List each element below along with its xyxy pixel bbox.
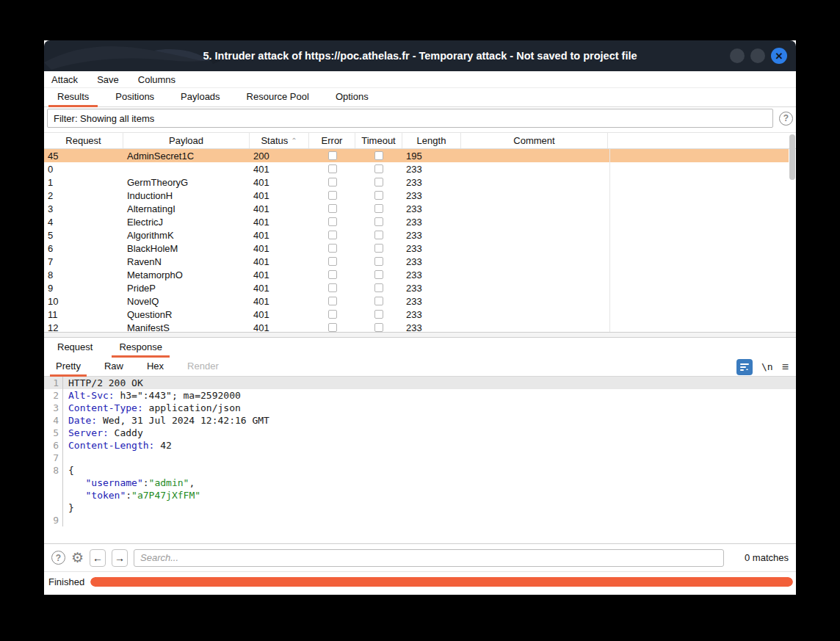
- tab-options[interactable]: Options: [322, 88, 382, 106]
- menu-columns[interactable]: Columns: [138, 74, 175, 85]
- table-row[interactable]: 0401233: [44, 162, 789, 175]
- cell-error: [309, 191, 355, 200]
- table-row[interactable]: 8MetamorphO401233: [44, 268, 789, 281]
- col-payload[interactable]: Payload: [123, 133, 250, 148]
- col-length[interactable]: Length: [402, 133, 461, 148]
- code-text: }: [63, 501, 74, 514]
- line-number: [44, 489, 63, 501]
- tab-response[interactable]: Response: [106, 338, 175, 358]
- error-checkbox[interactable]: [328, 270, 337, 279]
- cell-length: 233: [402, 243, 461, 254]
- horizontal-splitter[interactable]: [44, 332, 796, 338]
- viewer-menu-icon[interactable]: ≡: [782, 361, 789, 374]
- error-checkbox[interactable]: [328, 151, 337, 160]
- table-row[interactable]: 6BlackHoleM401233: [44, 242, 789, 255]
- col-request[interactable]: Request: [44, 133, 123, 148]
- table-row[interactable]: 7RavenN401233: [44, 255, 789, 268]
- timeout-checkbox[interactable]: [374, 151, 383, 160]
- timeout-checkbox[interactable]: [374, 191, 383, 200]
- prettify-toggle-icon[interactable]: [736, 359, 753, 375]
- timeout-checkbox[interactable]: [374, 323, 383, 332]
- search-help-icon[interactable]: ?: [51, 551, 65, 565]
- error-checkbox[interactable]: [328, 178, 337, 186]
- line-number: 1: [44, 377, 63, 389]
- cell-status: 401: [250, 256, 309, 267]
- cell-timeout: [355, 217, 402, 226]
- close-button[interactable]: ✕: [771, 48, 787, 64]
- error-checkbox[interactable]: [328, 310, 337, 319]
- timeout-checkbox[interactable]: [374, 297, 383, 305]
- cell-error: [309, 323, 355, 332]
- results-scrollbar[interactable]: [789, 134, 795, 180]
- timeout-checkbox[interactable]: [374, 257, 383, 266]
- cell-length: 195: [402, 151, 461, 162]
- col-status[interactable]: Status⌃: [250, 133, 309, 148]
- cell-timeout: [355, 244, 402, 253]
- tab-positions[interactable]: Positions: [102, 88, 167, 106]
- tab-request[interactable]: Request: [44, 338, 106, 358]
- table-row[interactable]: 2InductionH401233: [44, 189, 789, 202]
- error-checkbox[interactable]: [328, 191, 337, 200]
- response-editor[interactable]: 1HTTP/2 200 OK2Alt-Svc: h3=":443"; ma=25…: [44, 377, 796, 543]
- table-row[interactable]: 5AlgorithmK401233: [44, 228, 789, 242]
- menu-save[interactable]: Save: [97, 74, 119, 85]
- error-checkbox[interactable]: [328, 297, 337, 305]
- cell-length: 233: [402, 190, 461, 201]
- error-checkbox[interactable]: [328, 323, 337, 332]
- table-row[interactable]: 9PrideP401233: [44, 281, 789, 294]
- cell-error: [309, 231, 355, 239]
- line-number: 8: [44, 464, 63, 477]
- tab-results[interactable]: Results: [44, 88, 102, 106]
- error-checkbox[interactable]: [328, 244, 337, 253]
- timeout-checkbox[interactable]: [374, 217, 383, 226]
- title-bar: 5. Intruder attack of https://poc.athela…: [44, 40, 796, 71]
- search-input[interactable]: Search...: [134, 549, 724, 567]
- timeout-checkbox[interactable]: [374, 164, 383, 173]
- tab-resource-pool[interactable]: Resource Pool: [233, 88, 322, 106]
- newline-toggle-icon[interactable]: \n: [761, 361, 773, 372]
- minimize-button[interactable]: [730, 48, 745, 63]
- search-settings-icon[interactable]: ⚙: [71, 551, 84, 565]
- search-prev-button[interactable]: ←: [90, 549, 106, 567]
- tab-payloads[interactable]: Payloads: [167, 88, 233, 106]
- search-next-button[interactable]: →: [112, 549, 128, 567]
- table-row[interactable]: 1GermTheoryG401233: [44, 175, 789, 189]
- col-timeout[interactable]: Timeout: [355, 133, 402, 148]
- timeout-checkbox[interactable]: [374, 244, 383, 253]
- table-row[interactable]: 10NovelQ401233: [44, 294, 789, 308]
- table-row[interactable]: 4ElectricJ401233: [44, 215, 789, 228]
- subtab-pretty[interactable]: Pretty: [44, 358, 93, 376]
- error-checkbox[interactable]: [328, 257, 337, 266]
- timeout-checkbox[interactable]: [374, 270, 383, 279]
- cell-payload: ManifestS: [123, 322, 250, 333]
- timeout-checkbox[interactable]: [374, 283, 383, 292]
- table-row[interactable]: 11QuestionR401233: [44, 308, 789, 321]
- viewer-subtabs: Pretty Raw Hex Render \n ≡: [44, 358, 796, 377]
- cell-status: 401: [250, 296, 309, 307]
- search-matches-count: 0 matches: [730, 552, 789, 563]
- filter-bar[interactable]: Filter: Showing all items: [47, 109, 773, 128]
- error-checkbox[interactable]: [328, 283, 337, 292]
- cell-error: [309, 257, 355, 266]
- error-checkbox[interactable]: [328, 164, 337, 173]
- menu-attack[interactable]: Attack: [51, 74, 78, 85]
- subtab-raw[interactable]: Raw: [93, 358, 135, 376]
- error-checkbox[interactable]: [328, 231, 337, 239]
- subtab-hex[interactable]: Hex: [135, 358, 175, 376]
- timeout-checkbox[interactable]: [374, 178, 383, 186]
- filter-text: Filter: Showing all items: [54, 113, 154, 124]
- message-viewer-tabs: Request Response: [44, 338, 796, 358]
- col-error[interactable]: Error: [309, 133, 355, 148]
- table-row[interactable]: 3AlternatingI401233: [44, 202, 789, 215]
- table-row[interactable]: 12ManifestS401233: [44, 321, 789, 332]
- help-icon[interactable]: ?: [779, 112, 793, 126]
- table-row[interactable]: 45AdminSecret1C200195: [44, 149, 789, 162]
- timeout-checkbox[interactable]: [374, 231, 383, 239]
- error-checkbox[interactable]: [328, 204, 337, 213]
- col-comment[interactable]: Comment: [461, 133, 608, 148]
- error-checkbox[interactable]: [328, 217, 337, 226]
- cell-payload: MetamorphO: [123, 269, 250, 280]
- timeout-checkbox[interactable]: [374, 204, 383, 213]
- maximize-button[interactable]: [750, 48, 765, 63]
- timeout-checkbox[interactable]: [374, 310, 383, 319]
